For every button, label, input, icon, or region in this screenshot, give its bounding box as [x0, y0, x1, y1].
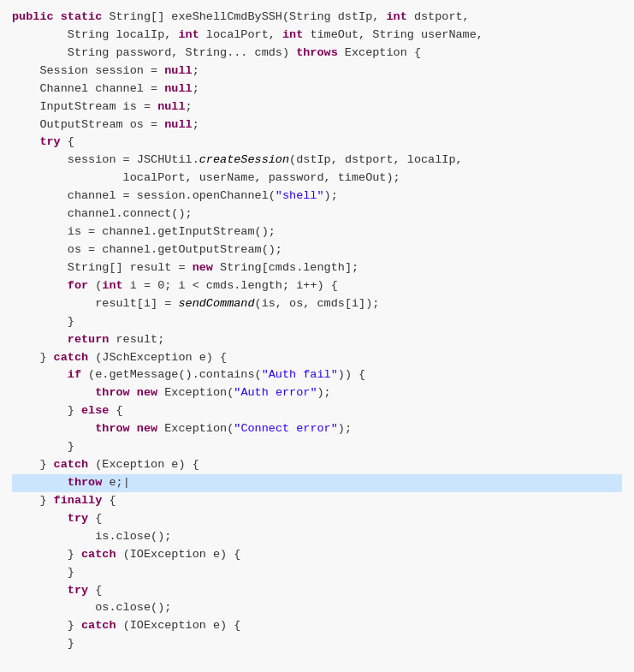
code-line: public static String[] exeShellCmdBySSH(…: [12, 9, 622, 27]
code-line: }: [12, 313, 622, 331]
code-line: String[] result = new String[cmds.length…: [12, 259, 622, 277]
code-line: localPort, userName, password, timeOut);: [12, 169, 622, 187]
code-container: public static String[] exeShellCmdBySSH(…: [0, 0, 634, 672]
code-line: String localIp, int localPort, int timeO…: [12, 27, 622, 45]
code-line: Channel channel = null;: [12, 80, 622, 98]
code-line: }: [12, 564, 622, 582]
code-line: [12, 653, 622, 671]
code-line: throw new Exception("Connect error");: [12, 420, 622, 438]
code-line: } catch (JSchException e) {: [12, 349, 622, 367]
code-line: return result;: [12, 331, 622, 349]
code-line: OutputStream os = null;: [12, 116, 622, 134]
code-line: } else {: [12, 402, 622, 420]
code-line: }: [12, 438, 622, 456]
code-line: Session session = null;: [12, 62, 622, 80]
code-line: } catch (IOException e) {: [12, 617, 622, 635]
code-line: } catch (IOException e) {: [12, 546, 622, 564]
code-line: channel = session.openChannel("shell");: [12, 187, 622, 205]
code-line: try {: [12, 510, 622, 528]
code-line: try {: [12, 582, 622, 600]
code-line: }: [12, 635, 622, 653]
code-line: for (int i = 0; i < cmds.length; i++) {: [12, 277, 622, 295]
code-line: try {: [12, 134, 622, 152]
code-line: is = channel.getInputStream();: [12, 223, 622, 241]
code-line: result[i] = sendCommand(is, os, cmds[i])…: [12, 295, 622, 313]
code-line: } catch (Exception e) {: [12, 456, 622, 474]
code-line: if (e.getMessage().contains("Auth fail")…: [12, 366, 622, 384]
code-line: channel.connect();: [12, 205, 622, 223]
code-line: throw new Exception("Auth error");: [12, 384, 622, 402]
code-line: os = channel.getOutputStream();: [12, 241, 622, 259]
code-line: } finally {: [12, 492, 622, 510]
code-line: os.close();: [12, 599, 622, 617]
code-line: String password, String... cmds) throws …: [12, 45, 622, 62]
code-line: throw e;|: [12, 474, 622, 492]
code-line: session = JSCHUtil.createSession(dstIp, …: [12, 152, 622, 169]
code-line: InputStream is = null;: [12, 98, 622, 116]
code-line: is.close();: [12, 528, 622, 546]
